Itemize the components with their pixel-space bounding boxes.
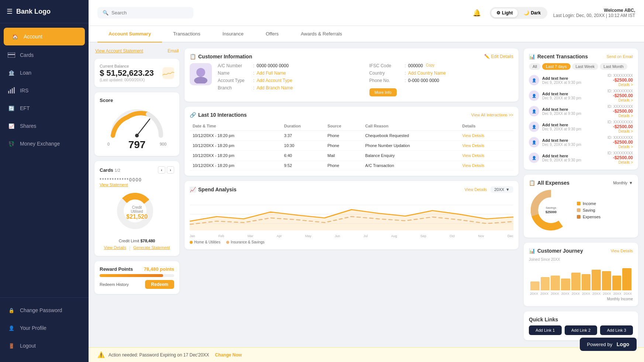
x-axis: JanFebMarAprMayJunJulAugSepOctNovDec: [190, 234, 513, 238]
duration-cell: 6:40: [281, 151, 324, 161]
spend-filter[interactable]: 20XX ▼: [490, 186, 513, 193]
gauge-min: 0: [107, 142, 110, 146]
alert-bar: ⚠️ Action needed: Password Expiring on 1…: [89, 347, 644, 362]
bar: [592, 270, 601, 290]
welcome-name: Welcome ABC,: [604, 8, 635, 13]
edit-details-button[interactable]: ✏️ Edit Details: [484, 54, 513, 59]
quick-link-2[interactable]: Add Link 2: [565, 325, 597, 335]
tab-account-summary[interactable]: Account Summary: [97, 26, 162, 42]
sidebar-item-eft[interactable]: 🔄 EFT: [0, 99, 89, 117]
quick-link-3[interactable]: Add Link 3: [600, 325, 633, 335]
light-theme-button[interactable]: ⚙ Light: [491, 8, 518, 17]
svg-rect-2: [8, 91, 9, 93]
sun-icon: ⚙: [496, 10, 500, 16]
txn-detail-link[interactable]: Details >: [607, 145, 633, 149]
change-now-link[interactable]: Change Now: [215, 352, 242, 358]
search-input[interactable]: [111, 10, 188, 16]
txn-detail-link[interactable]: Details >: [607, 83, 633, 87]
details-cell[interactable]: View Details: [459, 141, 513, 151]
spend-view-details-link[interactable]: View Details: [465, 187, 487, 192]
txn-detail-link[interactable]: Details >: [607, 98, 633, 102]
email-link[interactable]: Email: [168, 48, 179, 54]
loan-icon: 🏦: [7, 69, 16, 77]
redeem-button[interactable]: Redeem: [145, 280, 174, 289]
sidebar-item-irs[interactable]: IRS: [0, 82, 89, 99]
card-view-details-link[interactable]: View Details: [104, 245, 126, 251]
filter-all[interactable]: All: [529, 63, 541, 70]
view-statement-link[interactable]: View Statement: [100, 182, 174, 187]
tab-transactions[interactable]: Transactions: [162, 26, 211, 42]
details-cell[interactable]: View Details: [459, 131, 513, 141]
details-cell[interactable]: View Details: [459, 151, 513, 161]
list-item: 👤 Add text here Dec 9, 20XX at 9:30 pm I…: [529, 120, 633, 133]
view-details-link[interactable]: View Details: [462, 163, 485, 168]
quick-link-1[interactable]: Add Link 1: [529, 325, 562, 335]
generate-statement-link[interactable]: Generate Statement: [133, 245, 170, 251]
view-details-link[interactable]: View Details: [462, 143, 485, 148]
transaction-list: 👤 Add text here Dec 9, 20XX at 9:30 pm I…: [529, 74, 633, 164]
details-cell[interactable]: View Details: [459, 161, 513, 171]
alert-text: Action needed: Password Expiring on 17 D…: [109, 352, 209, 358]
card-next-button[interactable]: ›: [167, 166, 174, 174]
sidebar-item-label: Account: [24, 34, 42, 40]
sidebar-item-loan[interactable]: 🏦 Loan: [0, 64, 89, 82]
txn-detail-link[interactable]: Details >: [607, 160, 633, 164]
call-reason-cell: Balance Enquiry: [362, 151, 459, 161]
view-account-statement-link[interactable]: View Account Statement: [95, 48, 143, 54]
txn-id: ID: XXXXXXXX: [607, 120, 633, 124]
search-box[interactable]: 🔍: [97, 7, 193, 18]
customer-journey-title: 📊 Customer Journey: [529, 248, 583, 254]
sidebar-item-money-exchange[interactable]: 💱 Money Exchange: [0, 135, 89, 153]
dark-theme-button[interactable]: 🌙 Dark: [519, 8, 546, 17]
menu-icon[interactable]: ☰: [7, 7, 13, 16]
txn-avatar: 👤: [529, 75, 539, 85]
call-reason-cell: A/C Transaction: [362, 161, 459, 171]
sidebar-item-label: Change Password: [20, 307, 62, 313]
sidebar-item-logout[interactable]: 🚪 Logout: [0, 337, 89, 355]
tab-offers[interactable]: Offers: [255, 26, 290, 42]
copy-button[interactable]: Copy: [426, 63, 434, 67]
sidebar-item-shares[interactable]: 📈 Shares: [0, 117, 89, 135]
tab-awards-referrals[interactable]: Awards & Referrals: [290, 26, 353, 42]
journey-view-details-link[interactable]: View Details: [611, 249, 633, 253]
sidebar-item-change-password[interactable]: 🔒 Change Password: [0, 301, 89, 319]
interactions-title: 🔗 Last 10 Interactions: [190, 112, 247, 118]
monthly-filter[interactable]: Monthly ▼: [613, 181, 633, 185]
redeem-history-link[interactable]: Redeem History: [100, 282, 129, 287]
transactions-icon: 📊: [529, 54, 535, 59]
table-row: 10/12/20XX - 18:20 pm 9:52 Phone A/C Tra…: [190, 161, 513, 171]
bar-label: 20XX: [591, 292, 602, 296]
svg-rect-3: [10, 89, 11, 93]
tab-insurance[interactable]: Insurance: [211, 26, 255, 42]
welcome-text: Welcome ABC, Last Login: Dec, 00, 20XX |…: [553, 8, 635, 18]
score-panel: Score: [94, 92, 179, 156]
bar: [530, 281, 540, 290]
txn-detail-link[interactable]: Details >: [607, 129, 633, 133]
bell-icon[interactable]: 🔔: [473, 9, 481, 17]
quick-links-title: Quick Links: [529, 317, 633, 322]
more-info-button[interactable]: More Info: [369, 88, 397, 96]
view-details-link[interactable]: View Details: [462, 133, 485, 138]
list-item: 👤 Add text here Dec 9, 20XX at 9:30 pm I…: [529, 74, 633, 87]
txn-detail-link[interactable]: Details >: [607, 114, 633, 118]
sidebar-item-cards[interactable]: Cards: [0, 46, 89, 64]
change-password-icon: 🔒: [7, 306, 16, 314]
journey-icon: 📊: [529, 248, 535, 254]
sidebar-item-label: IRS: [20, 88, 28, 93]
month-label: Sep: [420, 234, 426, 238]
name-label: Name: [218, 71, 251, 76]
table-row: 10/12/20XX - 18:20 pm 10:30 Phone Phone …: [190, 141, 513, 151]
filter-last-week[interactable]: Last Week: [572, 63, 599, 70]
view-all-interactions-link[interactable]: View All Interactions >>: [471, 113, 513, 117]
filter-last-month[interactable]: Last Month: [600, 63, 627, 70]
sidebar-item-profile[interactable]: 👤 Your Profile: [0, 319, 89, 337]
bar: [622, 268, 631, 290]
svg-text:Savings: Savings: [546, 206, 556, 209]
sidebar-item-account[interactable]: 🏠 Account: [4, 28, 85, 45]
card-prev-button[interactable]: ‹: [158, 166, 165, 174]
send-on-email-link[interactable]: Send on Email: [606, 54, 633, 59]
bar-label: 20XX: [529, 292, 539, 296]
view-details-link[interactable]: View Details: [462, 153, 485, 158]
filter-last7days[interactable]: Last 7 days: [542, 63, 570, 70]
call-reason-cell: Phone Number Updation: [362, 141, 459, 151]
